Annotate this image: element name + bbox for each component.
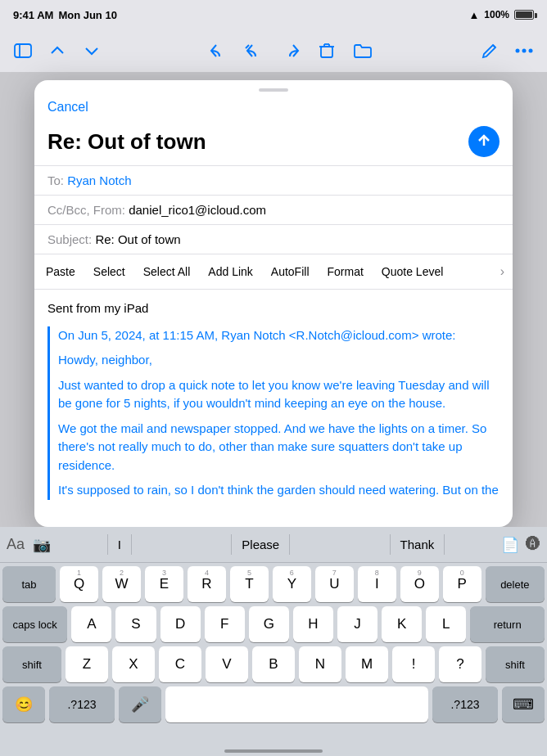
keyboard: Aa 📷 I Please Thank 📄 🅐 tab 1Q 2W 3E 4R … [0, 527, 547, 756]
chevron-up-icon[interactable] [44, 38, 70, 64]
drag-handle [259, 88, 288, 92]
shift-right-key[interactable]: shift [486, 646, 545, 682]
key-a[interactable]: A [71, 606, 111, 642]
key-w[interactable]: 2W [102, 566, 141, 602]
key-o[interactable]: 9O [400, 566, 439, 602]
format-chevron-icon[interactable]: › [495, 261, 509, 282]
delete-key[interactable]: delete [486, 566, 545, 602]
autofill-button[interactable]: AutoFill [263, 261, 318, 282]
paste-button[interactable]: Paste [38, 261, 84, 282]
camera-icon[interactable]: 📷 [33, 536, 51, 554]
format-toolbar: Paste Select Select All Add Link AutoFil… [34, 254, 513, 290]
key-exclaim[interactable]: ! [392, 646, 435, 682]
key-p[interactable]: 0P [443, 566, 481, 602]
quoted-content: On Jun 5, 2024, at 11:15 AM, Ryan Notch … [47, 326, 500, 500]
reply-all-icon[interactable] [242, 38, 268, 64]
shift-left-key[interactable]: shift [2, 646, 61, 682]
svg-point-10 [529, 49, 533, 53]
num-right-key[interactable]: .?123 [432, 686, 498, 722]
pred-word-0[interactable]: I [107, 534, 132, 555]
modal-header: Cancel [34, 97, 513, 121]
time: 9:41 AM [13, 9, 53, 21]
spacebar[interactable] [165, 686, 428, 722]
key-s[interactable]: S [115, 606, 156, 642]
quoted-para-2: We got the mail and newspaper stopped. A… [58, 420, 500, 475]
to-label: To: [47, 173, 64, 187]
key-t[interactable]: 5T [230, 566, 269, 602]
key-c[interactable]: C [159, 646, 201, 682]
row-2: caps lock A S D F G H J K L return [2, 606, 545, 642]
select-button[interactable]: Select [85, 261, 133, 282]
bottom-row: 😊 .?123 🎤 .?123 ⌨ [0, 686, 547, 722]
sidebar-toggle-icon[interactable] [10, 38, 36, 64]
reply-icon[interactable] [206, 38, 232, 64]
key-v[interactable]: V [206, 646, 248, 682]
pred-word-1[interactable]: Please [231, 534, 290, 555]
svg-point-9 [522, 49, 527, 53]
svg-line-7 [493, 45, 495, 47]
tab-key[interactable]: tab [2, 566, 56, 602]
caps-lock-key[interactable]: caps lock [2, 606, 67, 642]
home-indicator [224, 749, 323, 753]
compose-modal: Cancel Re: Out of town To: Ryan Notch Cc… [34, 80, 513, 527]
key-q[interactable]: 1Q [60, 566, 98, 602]
compose-icon[interactable] [477, 38, 503, 64]
num-left-key[interactable]: .?123 [49, 686, 115, 722]
key-m[interactable]: M [346, 646, 388, 682]
mic-key[interactable]: 🎤 [119, 686, 161, 722]
battery-icon [514, 10, 534, 20]
key-b[interactable]: B [252, 646, 295, 682]
email-body[interactable]: Sent from my iPad On Jun 5, 2024, at 11:… [34, 290, 513, 527]
cc-value: daniel_rico1@icloud.com [129, 203, 266, 217]
key-x[interactable]: X [112, 646, 155, 682]
key-j[interactable]: J [337, 606, 377, 642]
pred-word-2[interactable]: Thank [390, 534, 445, 555]
key-f[interactable]: F [205, 606, 245, 642]
key-u[interactable]: 7U [315, 566, 354, 602]
key-e[interactable]: 3E [145, 566, 183, 602]
key-question[interactable]: ? [439, 646, 481, 682]
to-field[interactable]: To: Ryan Notch [34, 165, 513, 195]
compose-title-row: Re: Out of town [34, 121, 513, 165]
send-button[interactable] [468, 126, 500, 157]
key-z[interactable]: Z [66, 646, 108, 682]
aa-icon[interactable]: Aa [7, 536, 25, 553]
to-value: Ryan Notch [67, 173, 131, 187]
key-r[interactable]: 4R [188, 566, 226, 602]
key-d[interactable]: D [160, 606, 201, 642]
quoted-header: On Jun 5, 2024, at 11:15 AM, Ryan Notch … [58, 326, 500, 345]
svg-point-8 [516, 49, 520, 53]
quote-level-button[interactable]: Quote Level [373, 261, 452, 282]
cc-label: Cc/Bcc, From: [47, 203, 125, 217]
key-h[interactable]: H [293, 606, 333, 642]
trash-icon[interactable] [314, 38, 340, 64]
more-icon[interactable] [511, 38, 537, 64]
key-g[interactable]: G [249, 606, 289, 642]
folder-icon[interactable] [350, 38, 376, 64]
key-n[interactable]: N [299, 646, 341, 682]
subject-label: Subject: [47, 232, 92, 246]
keyboard-dismiss-key[interactable]: ⌨ [502, 686, 545, 722]
cc-field[interactable]: Cc/Bcc, From: daniel_rico1@icloud.com [34, 195, 513, 224]
doc-icon[interactable]: 📄 [501, 536, 519, 554]
svg-rect-0 [15, 44, 31, 57]
key-l[interactable]: L [426, 606, 466, 642]
quoted-para-1: Just wanted to drop a quick note to let … [58, 376, 500, 413]
key-y[interactable]: 6Y [273, 566, 311, 602]
emoji-key[interactable]: 😊 [2, 686, 45, 722]
key-i[interactable]: 8I [358, 566, 396, 602]
format-button[interactable]: Format [319, 261, 372, 282]
return-key[interactable]: return [470, 606, 545, 642]
circle-a-icon[interactable]: 🅐 [526, 536, 540, 553]
forward-icon[interactable] [278, 38, 304, 64]
select-all-button[interactable]: Select All [135, 261, 199, 282]
predictive-bar: Aa 📷 I Please Thank 📄 🅐 [0, 527, 547, 563]
cancel-button[interactable]: Cancel [47, 100, 88, 115]
subject-field[interactable]: Subject: Re: Out of town [34, 224, 513, 254]
status-bar: 9:41 AM Mon Jun 10 ▲ 100% [0, 0, 547, 29]
quoted-para-3: It's supposed to rain, so I don't think … [58, 481, 500, 500]
add-link-button[interactable]: Add Link [200, 261, 260, 282]
key-rows: tab 1Q 2W 3E 4R 5T 6Y 7U 8I 9O 0P delete… [0, 563, 547, 682]
key-k[interactable]: K [382, 606, 422, 642]
chevron-down-icon[interactable] [79, 38, 105, 64]
